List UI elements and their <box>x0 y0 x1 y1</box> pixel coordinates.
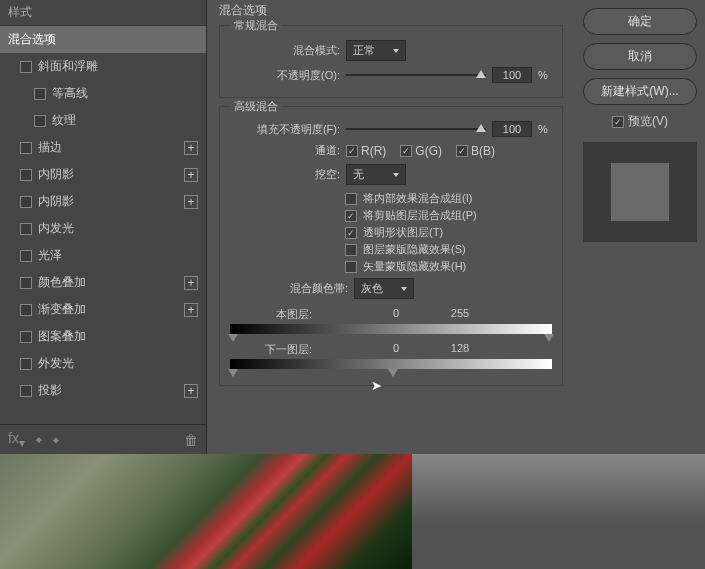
blend-option[interactable]: 透明形状图层(T) <box>345 225 552 240</box>
knockout-dropdown[interactable]: 无 <box>346 164 406 185</box>
style-item-label: 外发光 <box>38 355 74 372</box>
style-item[interactable]: 外发光 <box>0 350 206 377</box>
style-checkbox[interactable] <box>20 223 32 235</box>
blend-option[interactable]: 将剪贴图层混合成组(P) <box>345 208 552 223</box>
opacity-pct: % <box>538 69 548 81</box>
blend-option[interactable]: 图层蒙版隐藏效果(S) <box>345 242 552 257</box>
under-layer-gradient[interactable] <box>230 359 552 369</box>
cancel-button[interactable]: 取消 <box>583 43 697 70</box>
styles-sidebar: 样式 混合选项斜面和浮雕等高线纹理描边+内阴影+内阴影+内发光光泽颜色叠加+渐变… <box>0 0 207 454</box>
preview-label: 预览(V) <box>628 113 668 130</box>
opacity-input[interactable] <box>492 67 532 83</box>
style-item[interactable]: 内发光 <box>0 215 206 242</box>
general-blend-label: 常规混合 <box>230 18 282 33</box>
under-layer-label: 下一图层: <box>232 342 312 357</box>
add-effect-button[interactable]: + <box>184 384 198 398</box>
style-item-label: 纹理 <box>52 112 76 129</box>
style-item[interactable]: 等高线 <box>0 80 206 107</box>
blend-option[interactable]: 将内部效果混合成组(I) <box>345 191 552 206</box>
preview-checkbox[interactable] <box>612 116 624 128</box>
button-panel: 确定 取消 新建样式(W)... 预览(V) <box>575 0 705 454</box>
style-item-label: 混合选项 <box>8 31 56 48</box>
advanced-blend-section: 高级混合 填充不透明度(F): % 通道: R(R)G(G)B(B) 挖空: 无… <box>219 106 563 386</box>
add-effect-button[interactable]: + <box>184 141 198 155</box>
style-item-label: 颜色叠加 <box>38 274 86 291</box>
style-item[interactable]: 光泽 <box>0 242 206 269</box>
ok-button[interactable]: 确定 <box>583 8 697 35</box>
blend-mode-dropdown[interactable]: 正常 <box>346 40 406 61</box>
channel-checkbox[interactable]: G(G) <box>400 144 442 158</box>
style-checkbox[interactable] <box>20 358 32 370</box>
channel-checkbox[interactable]: R(R) <box>346 144 386 158</box>
down-arrow-icon[interactable]: 🠻 <box>52 432 59 448</box>
channels-label: 通道: <box>230 143 340 158</box>
style-item[interactable]: 投影+ <box>0 377 206 404</box>
style-item[interactable]: 颜色叠加+ <box>0 269 206 296</box>
this-layer-label: 本图层: <box>232 307 312 322</box>
style-checkbox[interactable] <box>34 88 46 100</box>
canvas-area <box>0 454 705 569</box>
style-item-label: 渐变叠加 <box>38 301 86 318</box>
blend-if-label: 混合颜色带: <box>290 281 348 296</box>
style-item[interactable]: 斜面和浮雕 <box>0 53 206 80</box>
style-item[interactable]: 渐变叠加+ <box>0 296 206 323</box>
style-list: 混合选项斜面和浮雕等高线纹理描边+内阴影+内阴影+内发光光泽颜色叠加+渐变叠加+… <box>0 26 206 424</box>
blend-option[interactable]: 矢量蒙版隐藏效果(H) <box>345 259 552 274</box>
opacity-slider[interactable] <box>346 74 486 76</box>
new-style-button[interactable]: 新建样式(W)... <box>583 78 697 105</box>
trash-icon[interactable]: 🗑 <box>184 432 198 448</box>
style-checkbox[interactable] <box>20 277 32 289</box>
style-checkbox[interactable] <box>20 196 32 208</box>
options-panel: 混合选项 常规混合 混合模式: 正常 不透明度(O): % 高级混合 填充不透明… <box>207 0 575 454</box>
style-item[interactable]: 图案叠加 <box>0 323 206 350</box>
style-item[interactable]: 内阴影+ <box>0 161 206 188</box>
channel-checkbox[interactable]: B(B) <box>456 144 495 158</box>
fill-opacity-label: 填充不透明度(F): <box>230 122 340 137</box>
style-item[interactable]: 内阴影+ <box>0 188 206 215</box>
add-effect-button[interactable]: + <box>184 303 198 317</box>
add-effect-button[interactable]: + <box>184 195 198 209</box>
sidebar-header: 样式 <box>0 0 206 26</box>
style-checkbox[interactable] <box>20 385 32 397</box>
style-checkbox[interactable] <box>34 115 46 127</box>
blend-if-section: 混合颜色带: 灰色 本图层: 0 255 下一图层 <box>230 278 552 369</box>
fill-opacity-slider[interactable] <box>346 128 486 130</box>
style-item-label: 图案叠加 <box>38 328 86 345</box>
sidebar-footer: fx▾ 🠹 🠻 🗑 <box>0 424 206 454</box>
style-item-label: 内发光 <box>38 220 74 237</box>
fx-icon[interactable]: fx▾ <box>8 430 25 450</box>
style-checkbox[interactable] <box>20 142 32 154</box>
style-item-label: 内阴影 <box>38 193 74 210</box>
up-arrow-icon[interactable]: 🠹 <box>35 432 42 448</box>
add-effect-button[interactable]: + <box>184 168 198 182</box>
knockout-label: 挖空: <box>230 167 340 182</box>
style-item-label: 斜面和浮雕 <box>38 58 98 75</box>
document-image[interactable] <box>0 454 412 569</box>
advanced-blend-label: 高级混合 <box>230 99 282 114</box>
style-item[interactable]: 纹理 <box>0 107 206 134</box>
style-checkbox[interactable] <box>20 250 32 262</box>
preview-thumbnail <box>583 142 697 242</box>
style-item-label: 内阴影 <box>38 166 74 183</box>
general-blend-section: 常规混合 混合模式: 正常 不透明度(O): % <box>219 25 563 98</box>
style-item[interactable]: 描边+ <box>0 134 206 161</box>
style-item-label: 光泽 <box>38 247 62 264</box>
style-item-label: 投影 <box>38 382 62 399</box>
blend-mode-label: 混合模式: <box>230 43 340 58</box>
style-checkbox[interactable] <box>20 304 32 316</box>
opacity-label: 不透明度(O): <box>230 68 340 83</box>
add-effect-button[interactable]: + <box>184 276 198 290</box>
style-item-label: 等高线 <box>52 85 88 102</box>
fill-opacity-input[interactable] <box>492 121 532 137</box>
style-checkbox[interactable] <box>20 61 32 73</box>
this-layer-gradient[interactable] <box>230 324 552 334</box>
blend-if-dropdown[interactable]: 灰色 <box>354 278 414 299</box>
style-checkbox[interactable] <box>20 331 32 343</box>
style-item-label: 描边 <box>38 139 62 156</box>
style-item[interactable]: 混合选项 <box>0 26 206 53</box>
style-checkbox[interactable] <box>20 169 32 181</box>
